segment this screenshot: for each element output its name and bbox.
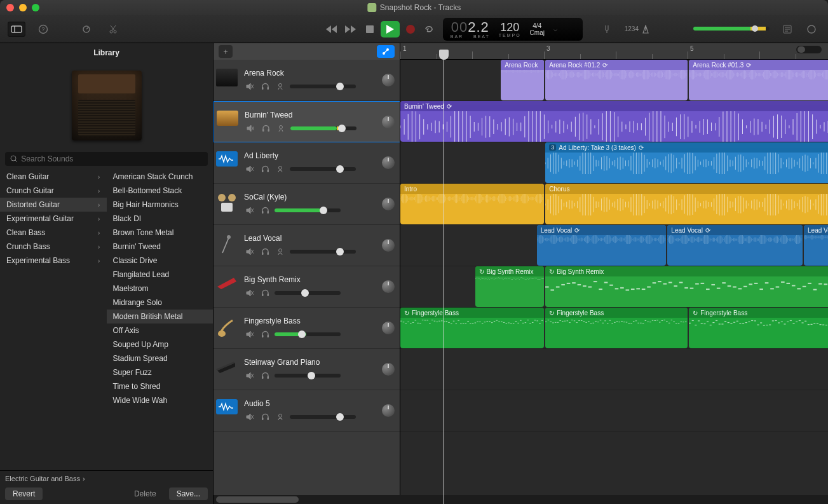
track-header[interactable]: Burnin' Tweed: [214, 101, 400, 142]
track-mute-button[interactable]: [244, 81, 255, 92]
track-volume-slider[interactable]: [275, 332, 341, 336]
track-mute-button[interactable]: [244, 329, 255, 339]
show-hide-automation-button[interactable]: [377, 45, 395, 58]
quick-help-button[interactable]: ?: [34, 22, 52, 37]
loop-browser-button[interactable]: [803, 22, 820, 37]
track-header[interactable]: Audio 5: [214, 390, 400, 432]
list-item[interactable]: Distorted Guitar›: [0, 198, 107, 212]
region[interactable]: ↻Fingerstyle Bass: [545, 308, 688, 348]
track-pan-knob[interactable]: [382, 74, 395, 86]
playhead-handle-icon[interactable]: [439, 50, 449, 60]
track-volume-slider[interactable]: [290, 126, 356, 130]
region[interactable]: Chorus: [545, 184, 828, 224]
revert-button[interactable]: Revert: [5, 487, 43, 500]
track-lane[interactable]: 3Ad Liberty: Take 3 (3 takes)⟳: [400, 142, 828, 184]
track-input-button[interactable]: [275, 123, 287, 133]
region[interactable]: ↻Big Synth Remix: [475, 266, 544, 307]
list-item[interactable]: Bell-Bottomed Stack: [107, 184, 214, 198]
track-input-button[interactable]: [275, 412, 286, 422]
close-window-button[interactable]: [6, 4, 14, 11]
list-item[interactable]: Wide Wide Wah: [107, 393, 214, 407]
track-lane[interactable]: Burnin' Tweed⟳: [400, 101, 828, 142]
list-item[interactable]: Big Hair Harmonics: [107, 198, 214, 212]
list-item[interactable]: Souped Up Amp: [107, 337, 214, 351]
region[interactable]: ↻Fingerstyle Bass: [689, 308, 828, 348]
save-button[interactable]: Save...: [169, 487, 208, 500]
track-lane[interactable]: ↻Big Synth Remix↻Big Synth Remix: [400, 266, 828, 308]
track-header[interactable]: SoCal (Kyle): [214, 184, 400, 225]
track-volume-slider[interactable]: [275, 208, 341, 212]
track-phones-button[interactable]: [259, 288, 271, 298]
stop-button[interactable]: [362, 21, 378, 37]
library-category-list[interactable]: Clean Guitar›Crunch Guitar›Distorted Gui…: [0, 170, 107, 470]
list-item[interactable]: Burnin' Tweed: [107, 240, 214, 254]
track-phones-button[interactable]: [259, 81, 271, 92]
list-item[interactable]: Modern British Metal: [107, 310, 214, 324]
track-mute-button[interactable]: [244, 288, 255, 298]
cycle-button[interactable]: [421, 21, 438, 37]
track-lane[interactable]: IntroChorus: [400, 184, 828, 225]
track-phones-button[interactable]: [260, 123, 271, 133]
track-lane[interactable]: [400, 349, 828, 390]
track-phones-button[interactable]: [259, 164, 271, 174]
list-item[interactable]: Flangilated Lead: [107, 268, 214, 282]
list-item[interactable]: Maelstrom: [107, 282, 214, 296]
timeline-ruler[interactable]: 1357911: [400, 43, 828, 60]
region[interactable]: Arena Rock #01.2⟳: [545, 60, 688, 100]
region[interactable]: Lead Vocal⟳: [667, 225, 802, 266]
lcd-menu-chevron-icon[interactable]: ⌵: [553, 25, 557, 32]
track-lane[interactable]: Arena RockArena Rock #01.2⟳Arena Rock #0…: [400, 60, 828, 101]
list-item[interactable]: Time to Shred: [107, 379, 214, 393]
key-signature[interactable]: Cmaj: [530, 29, 545, 36]
track-mute-button[interactable]: [244, 371, 255, 381]
region[interactable]: Arena Rock #01.3⟳: [689, 60, 828, 100]
track-mute-button[interactable]: [244, 247, 255, 257]
track-pan-knob[interactable]: [382, 116, 395, 128]
list-item[interactable]: Stadium Spread: [107, 351, 214, 365]
list-item[interactable]: Crunch Guitar›: [0, 184, 107, 198]
track-mute-button[interactable]: [245, 123, 256, 133]
search-input[interactable]: [21, 154, 203, 163]
list-item[interactable]: Midrange Solo: [107, 296, 214, 310]
region[interactable]: ↻Fingerstyle Bass: [400, 308, 544, 348]
track-phones-button[interactable]: [259, 247, 271, 257]
track-header[interactable]: Big Synth Remix: [214, 266, 400, 308]
time-signature[interactable]: 4/4: [533, 22, 541, 29]
track-volume-slider[interactable]: [290, 250, 356, 254]
library-preset-list[interactable]: American Stack CrunchBell-Bottomed Stack…: [107, 170, 214, 470]
list-item[interactable]: Off Axis: [107, 324, 214, 337]
list-item[interactable]: Clean Bass›: [0, 226, 107, 240]
track-header[interactable]: Arena Rock: [214, 60, 400, 101]
track-pan-knob[interactable]: [382, 322, 395, 334]
track-input-button[interactable]: [275, 247, 286, 257]
track-volume-slider[interactable]: [275, 374, 341, 378]
track-volume-slider[interactable]: [290, 85, 356, 88]
region[interactable]: Lead Vocal⟳: [537, 225, 666, 266]
library-breadcrumb[interactable]: Electric Guitar and Bass›: [5, 475, 208, 482]
master-volume-slider[interactable]: [693, 27, 770, 32]
track-pan-knob[interactable]: [382, 239, 395, 252]
list-item[interactable]: Experimental Guitar›: [0, 212, 107, 226]
list-item[interactable]: Experimental Bass›: [0, 254, 107, 268]
track-phones-button[interactable]: [259, 371, 271, 381]
track-volume-slider[interactable]: [290, 415, 356, 419]
track-phones-button[interactable]: [259, 205, 271, 215]
track-header[interactable]: Ad Liberty: [214, 142, 400, 184]
count-in-button[interactable]: 1234: [625, 25, 650, 34]
track-pan-knob[interactable]: [382, 156, 395, 169]
horizontal-zoom-scroller[interactable]: [796, 46, 822, 53]
library-toggle-button[interactable]: [8, 22, 25, 37]
add-track-button[interactable]: ＋: [219, 45, 233, 58]
track-pan-knob[interactable]: [382, 363, 395, 376]
notepad-button[interactable]: [778, 22, 796, 37]
rewind-button[interactable]: [323, 21, 340, 37]
region[interactable]: ↻Big Synth Remix: [545, 266, 828, 307]
region[interactable]: Intro: [400, 184, 544, 224]
track-phones-button[interactable]: [259, 412, 271, 422]
track-lane[interactable]: Lead Vocal⟳Lead Vocal⟳Lead Vocal⟳: [400, 225, 828, 266]
track-header[interactable]: Fingerstyle Bass: [214, 308, 400, 349]
track-lane[interactable]: ↻Fingerstyle Bass↻Fingerstyle Bass↻Finge…: [400, 308, 828, 349]
forward-button[interactable]: [343, 21, 359, 37]
horizontal-scrollbar[interactable]: [214, 495, 828, 504]
list-item[interactable]: Black DI: [107, 212, 214, 226]
